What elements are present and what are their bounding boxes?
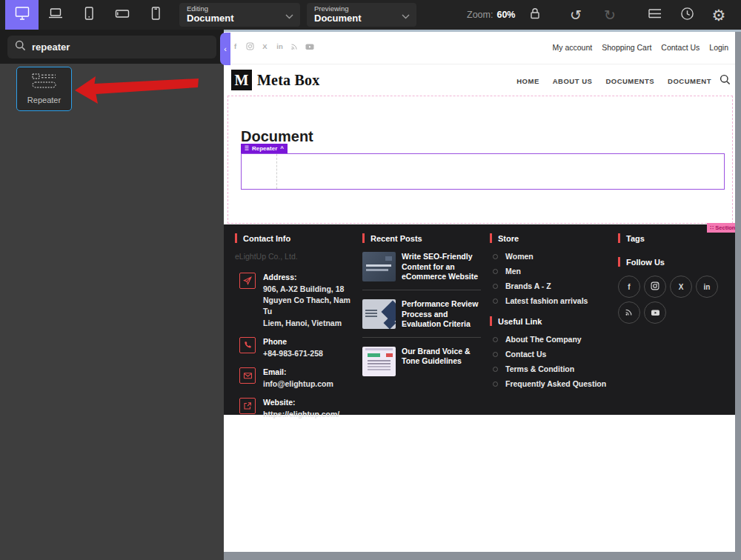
youtube-circle-button[interactable] — [644, 301, 666, 324]
x-twitter-icon[interactable]: X — [261, 42, 269, 50]
device-laptop-button[interactable] — [39, 0, 72, 30]
structure-tree-icon — [647, 7, 663, 23]
site-header: M Meta Box HOME ABOUT US DOCUMENTS DOCUM… — [224, 64, 735, 96]
store-link[interactable]: Brands A - Z — [490, 281, 614, 290]
nav-home[interactable]: HOME — [516, 77, 539, 85]
device-phone-landscape-button[interactable] — [105, 0, 139, 30]
drag-handle-icon: ∷ — [711, 224, 714, 231]
undo-button[interactable]: ↺ — [561, 0, 591, 30]
site-nav: HOME ABOUT US DOCUMENTS DOCUMENT — [516, 77, 711, 85]
history-button[interactable] — [672, 0, 702, 30]
chevron-up-icon: ^ — [280, 145, 284, 152]
site-topbar: f X in My account Shopping Cart Contact … — [224, 32, 735, 64]
search-input[interactable] — [32, 41, 209, 53]
device-switcher — [5, 0, 172, 30]
contact-item-phone: Phone +84-983-671-258 — [235, 337, 361, 359]
zoom-label: Zoom: — [467, 10, 493, 20]
recent-post[interactable]: Write SEO-Friendly Content for an eComme… — [362, 252, 483, 282]
lock-button[interactable] — [519, 0, 549, 30]
rss-icon[interactable] — [290, 42, 299, 50]
logo-mark: M — [231, 70, 252, 90]
footer-tags-column: Tags Follow Us f X in — [618, 233, 731, 324]
repeater-tile-label: Repeater — [27, 96, 61, 104]
previewing-value: Document — [314, 13, 409, 24]
document-section: Document Repeater ^ — [224, 96, 735, 224]
follow-us-title: Follow Us — [618, 257, 731, 267]
store-link[interactable]: Men — [490, 267, 614, 276]
instagram-icon[interactable] — [246, 42, 254, 50]
phone-portrait-icon — [147, 6, 164, 24]
site-logo[interactable]: M Meta Box — [231, 70, 319, 90]
clock-icon — [680, 7, 694, 24]
youtube-icon[interactable] — [305, 43, 314, 50]
accent-bar — [490, 316, 492, 326]
useful-link-title: Useful Link — [490, 316, 614, 326]
instagram-circle-button[interactable] — [644, 276, 666, 298]
repeater-element[interactable] — [241, 153, 725, 190]
list-icon — [245, 145, 249, 153]
accent-bar — [235, 233, 237, 243]
repeater-icon — [32, 73, 57, 91]
nav-documents[interactable]: DOCUMENTS — [605, 77, 654, 85]
store-link[interactable]: Women — [490, 252, 614, 261]
topbar-link-shopping-cart[interactable]: Shopping Cart — [602, 43, 651, 52]
topbar-link-my-account[interactable]: My account — [553, 43, 593, 52]
useful-link[interactable]: Frequently Asked Question — [490, 379, 614, 388]
contact-item-email: Email: info@elightup.com — [235, 367, 361, 390]
store-link[interactable]: Latest fashion arrivals — [490, 296, 614, 305]
circle-bullet — [493, 299, 498, 304]
accent-bar — [362, 233, 365, 243]
envelope-icon — [239, 367, 256, 384]
selected-element-label: Repeater — [252, 145, 277, 152]
accent-bar — [618, 233, 620, 243]
lock-icon — [528, 7, 542, 23]
section-tag[interactable]: ∷ Section — [707, 223, 735, 233]
circle-bullet — [493, 352, 498, 357]
linkedin-circle-button[interactable]: in — [696, 276, 718, 298]
editing-dropdown[interactable]: Editing Document — [179, 3, 300, 27]
repeater-component-tile[interactable]: Repeater — [16, 67, 72, 111]
post-thumbnail — [362, 347, 396, 376]
previewing-dropdown[interactable]: Previewing Document — [307, 3, 416, 27]
location-icon — [239, 273, 256, 289]
contact-title: Contact Info — [235, 233, 361, 243]
section-tag-label: Section — [715, 224, 735, 231]
laptop-icon — [47, 6, 64, 24]
facebook-icon[interactable]: f — [231, 42, 239, 50]
device-tablet-button[interactable] — [72, 0, 105, 30]
nav-document[interactable]: DOCUMENT — [668, 77, 711, 85]
repeater-column-divider — [276, 154, 277, 189]
component-search[interactable] — [7, 36, 216, 59]
useful-link[interactable]: Contact Us — [490, 350, 614, 359]
facebook-icon: f — [628, 283, 630, 291]
recent-post[interactable]: Our Brand Voice & Tone Guidelines — [362, 347, 483, 376]
footer-store-column: Store Women Men Brands A - Z Latest fash… — [490, 233, 614, 394]
recent-post[interactable]: Performance Review Process and Evaluatio… — [362, 299, 483, 330]
follow-social-grid: f X in — [618, 276, 725, 324]
linkedin-icon[interactable]: in — [276, 42, 284, 50]
nav-about-us[interactable]: ABOUT US — [553, 77, 593, 85]
topbar-link-contact-us[interactable]: Contact Us — [661, 43, 700, 52]
circle-bullet — [493, 337, 498, 342]
x-twitter-circle-button[interactable]: X — [670, 276, 692, 298]
search-icon — [15, 40, 26, 54]
settings-button[interactable]: ⚙ — [704, 0, 734, 30]
structure-panel-button[interactable] — [640, 0, 670, 30]
topbar-link-login[interactable]: Login — [709, 43, 728, 52]
device-desktop-button[interactable] — [5, 0, 39, 30]
useful-link[interactable]: About The Company — [490, 335, 614, 344]
sidebar-collapse-tab[interactable]: ‹ — [220, 33, 230, 65]
circle-bullet — [493, 381, 498, 387]
useful-link[interactable]: Terms & Condition — [490, 364, 614, 373]
phone-icon — [239, 337, 256, 353]
circle-bullet — [493, 254, 498, 259]
topbar-social-icons: f X in — [231, 42, 314, 50]
device-phone-portrait-button[interactable] — [139, 0, 172, 30]
selected-element-tab[interactable]: Repeater ^ — [241, 144, 288, 153]
rss-circle-button[interactable] — [618, 301, 640, 324]
header-search-button[interactable] — [720, 74, 731, 88]
facebook-circle-button[interactable]: f — [618, 276, 640, 298]
company-name: eLightUp Co., Ltd. — [235, 252, 361, 261]
post-thumbnail — [362, 299, 396, 329]
redo-button[interactable]: ↻ — [595, 0, 625, 30]
